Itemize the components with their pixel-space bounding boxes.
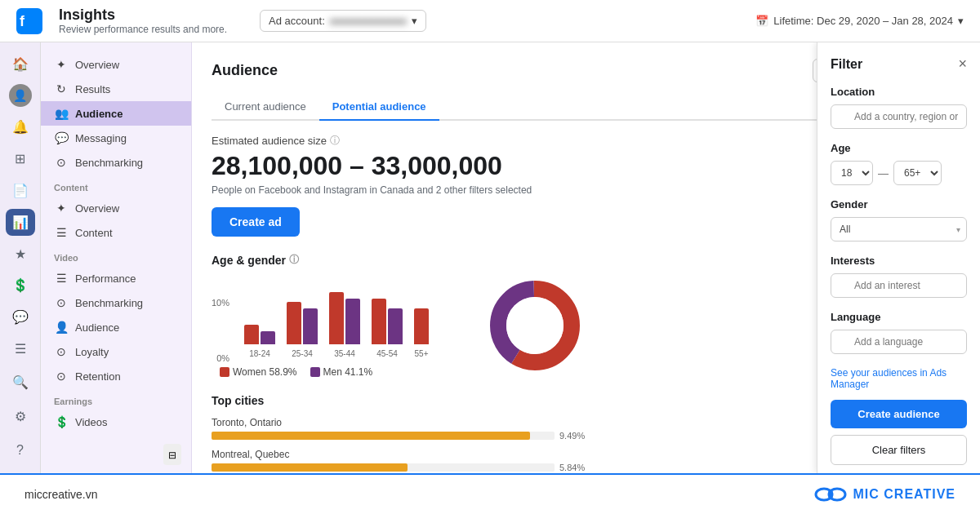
- legend-men: Men 41.1%: [310, 366, 373, 378]
- nav-search[interactable]: 🔍: [6, 367, 35, 397]
- benchmarking-icon: ⊙: [54, 156, 69, 169]
- sidebar-item-video-benchmarking[interactable]: ⊙ Benchmarking: [41, 290, 191, 315]
- sidebar-item-benchmarking[interactable]: ⊙ Benchmarking: [41, 150, 191, 175]
- age-to-select[interactable]: 65+55453525: [893, 161, 942, 185]
- clear-filters-label: Clear filters: [872, 444, 926, 456]
- nav-chat[interactable]: 💬: [6, 304, 35, 330]
- sidebar-item-content[interactable]: ☰ Content: [41, 220, 191, 245]
- bar-group-label: 55+: [415, 349, 429, 358]
- star-icon: ★: [15, 246, 26, 262]
- brand-logo-icon: [814, 483, 847, 506]
- bar-group-label: 18-24: [249, 349, 270, 358]
- men-bar: [388, 308, 403, 344]
- city-bar-container-montreal: [212, 463, 555, 472]
- create-ad-button[interactable]: Create ad: [212, 207, 300, 237]
- nav-bell[interactable]: 🔔: [6, 114, 35, 141]
- bell-icon: 🔔: [12, 119, 29, 135]
- sidebar-item-retention[interactable]: ⊙ Retention: [41, 364, 191, 388]
- men-bar: [303, 308, 318, 344]
- sidebar-item-videos[interactable]: 💲 Videos: [41, 410, 191, 434]
- men-bar: [345, 299, 360, 344]
- bar-group-label: 45-54: [376, 349, 398, 358]
- page-subtitle: Review performance results and more.: [59, 24, 227, 35]
- sidebar-item-audience[interactable]: 👥 Audience: [41, 101, 191, 126]
- nav-home[interactable]: 🏠: [6, 51, 35, 78]
- nav-grid[interactable]: ⊞: [6, 145, 35, 172]
- meta-logo: f: [16, 8, 42, 34]
- filter-language-section: Language 🔍: [831, 311, 967, 354]
- date-chevron-icon: ▾: [958, 15, 964, 27]
- video-section-label: Video: [41, 245, 191, 266]
- age-from-select[interactable]: 1825354555: [831, 161, 873, 185]
- sidebar-item-content-overview[interactable]: ✦ Overview: [41, 196, 191, 220]
- filter-interests-section: Interests 🔍: [831, 255, 967, 298]
- sidebar-label-audience: Audience: [75, 108, 123, 120]
- nav-avatar[interactable]: 👤: [6, 82, 35, 109]
- bar-chart: 18-2425-3435-4445-5455+: [236, 277, 437, 358]
- sidebar-item-results[interactable]: ↻ Results: [41, 77, 191, 101]
- filter-panel: Filter × Location 🔍 Age: [817, 42, 980, 473]
- grid-icon: ⊞: [15, 151, 25, 166]
- clear-filters-button[interactable]: Clear filters: [831, 435, 967, 465]
- earnings-section-label: Earnings: [41, 388, 191, 410]
- gear-icon: ⚙: [15, 409, 26, 424]
- loyalty-icon: ⊙: [54, 345, 69, 358]
- age-info-icon: ⓘ: [289, 253, 299, 267]
- bar-group: 25-34: [287, 302, 318, 358]
- nav-help[interactable]: ?: [6, 436, 35, 465]
- sidebar-item-video-audience[interactable]: 👤 Audience: [41, 315, 191, 339]
- language-input[interactable]: [831, 330, 967, 354]
- resize-handle[interactable]: ⊟: [163, 444, 181, 465]
- location-input[interactable]: [831, 104, 967, 129]
- sidebar-item-messaging[interactable]: 💬 Messaging: [41, 126, 191, 150]
- filter-close-button[interactable]: ×: [958, 55, 967, 73]
- women-bar: [372, 299, 386, 344]
- nav-menu[interactable]: ☰: [6, 335, 35, 362]
- sidebar-label-benchmarking: Benchmarking: [75, 157, 143, 169]
- tab-potential-audience[interactable]: Potential audience: [319, 94, 439, 121]
- sidebar-label-content: Content: [75, 227, 113, 239]
- sidebar-label-loyalty: Loyalty: [75, 346, 109, 358]
- city-bar-toronto: [212, 432, 530, 440]
- see-audiences-link[interactable]: See your audiences in Ads Manager: [831, 367, 967, 390]
- y-label-10: 10%: [212, 298, 229, 308]
- city-pct-toronto: 9.49%: [559, 431, 585, 441]
- filter-age-section: Age 1825354555 — 65+55453525: [831, 142, 967, 185]
- interests-input[interactable]: [831, 273, 967, 298]
- women-bar: [329, 292, 344, 344]
- sidebar-label-retention: Retention: [75, 370, 121, 383]
- nav-monetize[interactable]: ★: [6, 241, 35, 268]
- filter-gender-label: Gender: [831, 198, 967, 210]
- create-audience-button[interactable]: Create audience: [831, 400, 967, 428]
- sidebar-item-performance[interactable]: ☰ Performance: [41, 266, 191, 290]
- filter-panel-title: Filter: [831, 57, 862, 72]
- nav-pages[interactable]: 📄: [6, 177, 35, 204]
- search-icon: 🔍: [12, 374, 29, 390]
- women-label: Women 58.9%: [233, 366, 297, 378]
- calendar-icon: 📅: [755, 15, 768, 27]
- sidebar-item-overview[interactable]: ✦ Overview: [41, 52, 191, 77]
- results-icon: ↻: [54, 82, 69, 95]
- content-area: Audience ⊟ Filter ⬆ Export ▾: [192, 42, 980, 473]
- nav-dollar[interactable]: 💲: [6, 273, 35, 299]
- footer-brand: MIC CREATIVE: [814, 483, 956, 506]
- help-icon: ?: [16, 443, 24, 458]
- svg-point-4: [506, 297, 564, 354]
- women-bar: [244, 325, 259, 344]
- sidebar-label-content-overview: Overview: [75, 202, 119, 215]
- ad-account-selector[interactable]: Ad account: ●●●●●●●●●●●●● ▾: [260, 10, 426, 32]
- men-label: Men 41.1%: [323, 366, 373, 378]
- filter-age-label: Age: [831, 142, 967, 154]
- content-overview-icon: ✦: [54, 202, 69, 215]
- donut-chart: [486, 277, 584, 378]
- sidebar-label-performance: Performance: [75, 273, 136, 285]
- men-bar: [261, 331, 275, 344]
- date-range-selector[interactable]: 📅 Lifetime: Dec 29, 2020 – Jan 28, 2024 …: [755, 15, 964, 27]
- gender-select[interactable]: AllWomenMen: [831, 217, 967, 241]
- tab-current-audience[interactable]: Current audience: [212, 94, 319, 121]
- nav-settings[interactable]: ⚙: [6, 401, 35, 431]
- chat-icon: 💬: [12, 309, 29, 325]
- nav-insights[interactable]: 📊: [6, 209, 35, 236]
- sidebar-item-loyalty[interactable]: ⊙ Loyalty: [41, 339, 191, 364]
- sidebar-label-video-audience: Audience: [75, 321, 119, 334]
